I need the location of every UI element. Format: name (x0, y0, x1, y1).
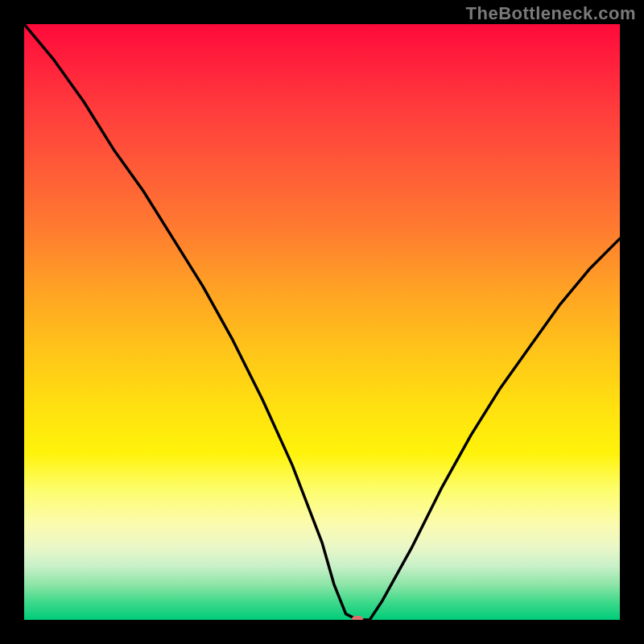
optimal-point-marker (352, 616, 363, 620)
bottleneck-curve (24, 24, 620, 620)
chart-container: TheBottleneck.com (0, 0, 644, 644)
watermark-text: TheBottleneck.com (466, 3, 636, 24)
plot-area (24, 24, 620, 620)
curve-path (24, 24, 620, 620)
